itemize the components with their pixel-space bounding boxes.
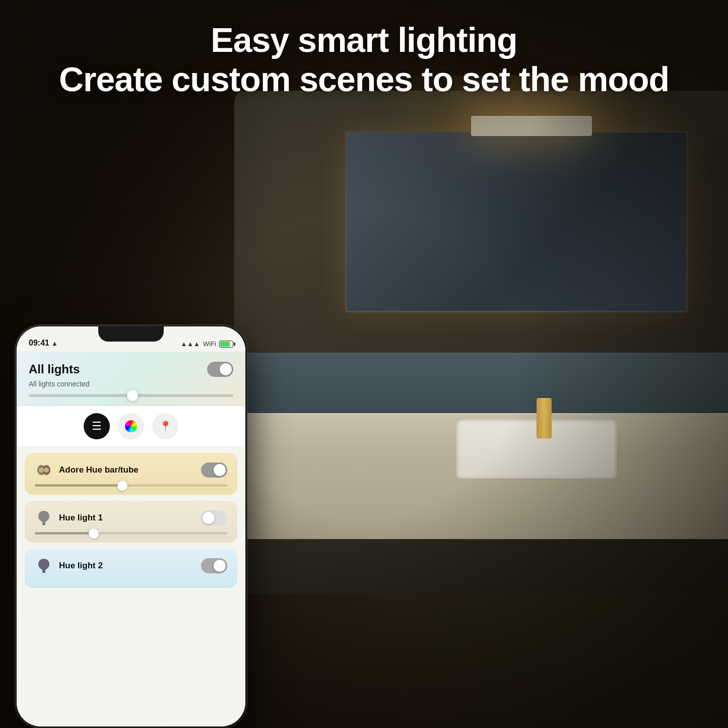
light-item-adore: Adore Hue bar/tube bbox=[25, 453, 237, 495]
hue1-slider-handle bbox=[89, 528, 99, 539]
svg-rect-4 bbox=[42, 524, 45, 525]
status-icons: ▲▲▲ WiFi bbox=[180, 340, 233, 348]
hue1-left: Hue light 1 bbox=[35, 509, 103, 527]
svg-point-2 bbox=[39, 468, 44, 473]
pin-button[interactable]: 📍 bbox=[152, 413, 178, 439]
all-lights-brightness-slider[interactable] bbox=[29, 394, 233, 397]
tile-area bbox=[234, 353, 728, 418]
phone-mockup: 09:41 ▲ ▲▲▲ WiFi All lights bbox=[15, 325, 247, 728]
battery-tip bbox=[234, 342, 235, 346]
all-lights-top-row: All lights bbox=[29, 362, 233, 377]
adore-slider-handle bbox=[117, 481, 127, 491]
all-lights-subtitle: All lights connected bbox=[29, 380, 233, 388]
adore-top-row: Adore Hue bar/tube bbox=[35, 461, 227, 479]
adore-brightness-slider[interactable] bbox=[35, 484, 227, 487]
pin-icon: 📍 bbox=[159, 420, 172, 432]
hue2-top-row: Hue light 2 bbox=[35, 557, 227, 575]
hue1-toggle-thumb bbox=[203, 512, 215, 524]
lights-list: Adore Hue bar/tube bbox=[17, 453, 245, 588]
all-lights-toggle[interactable] bbox=[207, 362, 233, 377]
light-fixture bbox=[471, 116, 592, 136]
all-lights-title: All lights bbox=[29, 362, 80, 376]
app-toolbar: ☰ 📍 bbox=[17, 406, 245, 447]
list-icon: ☰ bbox=[92, 420, 102, 433]
phone-outer: 09:41 ▲ ▲▲▲ WiFi All lights bbox=[15, 325, 247, 728]
hue1-brightness-slider[interactable] bbox=[35, 532, 227, 535]
palette-button[interactable] bbox=[118, 413, 144, 439]
faucet bbox=[537, 398, 552, 438]
svg-point-3 bbox=[44, 468, 49, 473]
hue1-name: Hue light 1 bbox=[59, 513, 103, 523]
all-lights-card: All lights All lights connected bbox=[17, 352, 245, 406]
hue2-toggle-thumb bbox=[214, 560, 226, 572]
all-lights-slider-thumb bbox=[127, 390, 138, 401]
wifi-icon: WiFi bbox=[203, 340, 216, 348]
location-icon: ▲ bbox=[51, 340, 58, 347]
adore-name: Adore Hue bar/tube bbox=[59, 465, 139, 475]
hue1-slider-fill bbox=[35, 532, 93, 535]
hue2-left: Hue light 2 bbox=[35, 557, 103, 575]
hue1-top-row: Hue light 1 bbox=[35, 509, 227, 527]
hue2-icon bbox=[35, 557, 53, 575]
hue1-icon bbox=[35, 509, 53, 527]
app-content: All lights All lights connected ☰ bbox=[17, 352, 245, 726]
adore-slider-fill bbox=[35, 484, 121, 487]
light-item-hue1: Hue light 1 bbox=[25, 501, 237, 543]
header-section: Easy smart lighting Create custom scenes… bbox=[0, 20, 728, 99]
status-time: 09:41 bbox=[29, 339, 49, 348]
headline-line1: Easy smart lighting bbox=[0, 20, 728, 59]
hue2-toggle[interactable] bbox=[201, 558, 227, 573]
adore-toggle[interactable] bbox=[201, 462, 227, 478]
bathroom-mirror bbox=[345, 131, 688, 312]
hue1-toggle[interactable] bbox=[201, 510, 227, 525]
light-item-hue2: Hue light 2 bbox=[25, 549, 237, 588]
all-lights-toggle-thumb bbox=[220, 363, 232, 375]
battery-fill bbox=[220, 342, 230, 347]
signal-icon: ▲▲▲ bbox=[180, 340, 200, 348]
adore-icon bbox=[35, 461, 53, 479]
palette-icon bbox=[125, 420, 137, 432]
headline-line2: Create custom scenes to set the mood bbox=[0, 59, 728, 99]
phone-notch bbox=[98, 326, 164, 342]
battery-icon bbox=[219, 341, 233, 348]
phone-screen: 09:41 ▲ ▲▲▲ WiFi All lights bbox=[17, 326, 245, 726]
list-view-button[interactable]: ☰ bbox=[84, 413, 110, 439]
hue2-name: Hue light 2 bbox=[59, 561, 103, 571]
adore-toggle-thumb bbox=[214, 464, 226, 476]
adore-left: Adore Hue bar/tube bbox=[35, 461, 139, 479]
svg-rect-5 bbox=[42, 572, 45, 573]
